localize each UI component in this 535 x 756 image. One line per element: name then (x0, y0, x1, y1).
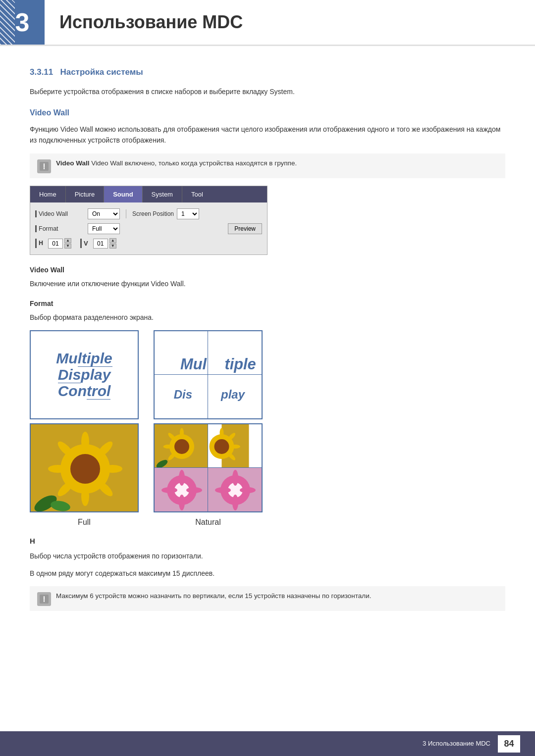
section-heading: 3.3.11 Настройка системы (30, 66, 505, 79)
cp-v-arrows: ▲ ▼ (109, 238, 116, 249)
image-block-full: Multiple Display Control (30, 330, 139, 528)
tab-home[interactable]: Home (30, 186, 66, 203)
svg-point-40 (232, 495, 238, 510)
main-content: 3.3.11 Настройка системы Выберите устрой… (0, 66, 535, 648)
footer-page-number: 84 (498, 735, 520, 753)
note-icon (37, 159, 51, 173)
chapter-title: Использование MDC (45, 0, 243, 36)
cp-h-up-arrow[interactable]: ▲ (64, 238, 71, 243)
cp-v-up-arrow[interactable]: ▲ (109, 238, 116, 243)
svg-point-41 (215, 487, 231, 493)
tab-system[interactable]: System (143, 186, 182, 203)
svg-point-25 (230, 445, 240, 449)
video-wall-note-box: Video Wall Video Wall включено, только к… (30, 153, 505, 178)
svg-point-26 (220, 428, 224, 438)
control-panel-body: Video Wall On Off Screen Position 1 2 3 … (30, 202, 267, 254)
cp-h-label: H (35, 239, 43, 248)
cp-v-stepper: ▲ ▼ (93, 238, 116, 249)
cp-select-videowall[interactable]: On Off (88, 208, 120, 219)
svg-point-34 (161, 487, 177, 493)
svg-point-39 (232, 470, 238, 486)
svg-point-5 (81, 486, 89, 506)
h-note-box: Максимум 6 устройств можно назначить по … (30, 586, 505, 611)
svg-point-16 (174, 439, 189, 454)
cp-h-down-arrow[interactable]: ▼ (64, 244, 71, 249)
cp-preview-button[interactable]: Preview (228, 223, 262, 234)
control-panel: Home Picture Sound System Tool Video Wal… (30, 186, 268, 255)
video-wall-note-text: Video Wall Video Wall включено, только к… (56, 158, 297, 168)
cp-row-format: Format Full Natural Preview (35, 221, 262, 236)
cp-row-videowall: Video Wall On Off Screen Position 1 2 3 (35, 206, 262, 221)
section-intro: Выберите устройства отображения в списке… (30, 86, 505, 97)
cp-screen-position-label: Screen Position (132, 209, 174, 218)
cp-label-format: Format (35, 224, 85, 234)
svg-point-6 (48, 465, 68, 473)
svg-point-32 (179, 470, 185, 486)
cp-row-hv: H ▲ ▼ V ▲ ▼ (35, 236, 262, 251)
svg-point-17 (180, 428, 184, 438)
svg-point-7 (103, 465, 122, 473)
cp-h-stepper: ▲ ▼ (48, 238, 71, 249)
mdc-logo-natural: Mul tiple Dis play (154, 330, 263, 419)
flower-image-full (30, 423, 139, 512)
mdc-logo-full: Multiple Display Control (30, 330, 139, 419)
tab-tool[interactable]: Tool (182, 186, 212, 203)
sub-label-videowall: Video Wall (30, 265, 505, 275)
image-block-natural: Mul tiple Dis play (154, 330, 263, 528)
svg-point-24 (214, 439, 229, 454)
h-note-icon (37, 592, 51, 606)
sub-desc-videowall: Включение или отключение функции Video W… (30, 278, 505, 289)
cp-screen-position-select[interactable]: 1 2 3 (177, 208, 199, 219)
chapter-number: 3 (15, 3, 30, 42)
h-desc-2: В одном ряду могут содержаться максимум … (30, 568, 505, 579)
cp-select-format[interactable]: Full Natural (88, 223, 120, 234)
cp-v-label: V (80, 239, 88, 249)
footer-text: 3 Использование MDC (423, 739, 490, 749)
cp-divider-1 (126, 209, 126, 218)
diagonal-decoration (0, 0, 15, 45)
video-wall-heading: Video Wall (30, 107, 505, 119)
sub-desc-format: Выбор формата разделенного экрана. (30, 312, 505, 323)
svg-point-18 (163, 445, 173, 449)
flower-image-natural (154, 423, 263, 512)
svg-point-33 (179, 495, 185, 510)
svg-point-4 (81, 432, 89, 452)
svg-point-35 (186, 487, 202, 493)
tab-picture[interactable]: Picture (66, 186, 104, 203)
cp-v-down-arrow[interactable]: ▼ (109, 244, 116, 249)
video-wall-description: Функцию Video Wall можно использовать дл… (30, 124, 505, 146)
control-panel-tabs: Home Picture Sound System Tool (30, 186, 267, 203)
header-banner: 3 Использование MDC (0, 0, 535, 46)
label-full: Full (78, 516, 91, 528)
h-note-text: Максимум 6 устройств можно назначить по … (56, 591, 372, 601)
cp-h-value[interactable] (48, 239, 63, 249)
cp-label-videowall: Video Wall (35, 209, 85, 219)
svg-point-42 (240, 487, 256, 493)
svg-point-3 (70, 454, 100, 484)
cp-h-arrows: ▲ ▼ (64, 238, 71, 249)
format-images-row: Multiple Display Control (30, 330, 505, 528)
cp-v-value[interactable] (93, 239, 108, 249)
sub-label-format: Format (30, 299, 505, 309)
page-footer: 3 Использование MDC 84 (0, 731, 535, 756)
label-natural: Natural (195, 516, 221, 528)
h-section-label: H (30, 536, 505, 547)
tab-sound[interactable]: Sound (104, 186, 142, 203)
h-desc-1: Выбор числа устройств отображения по гор… (30, 551, 505, 561)
